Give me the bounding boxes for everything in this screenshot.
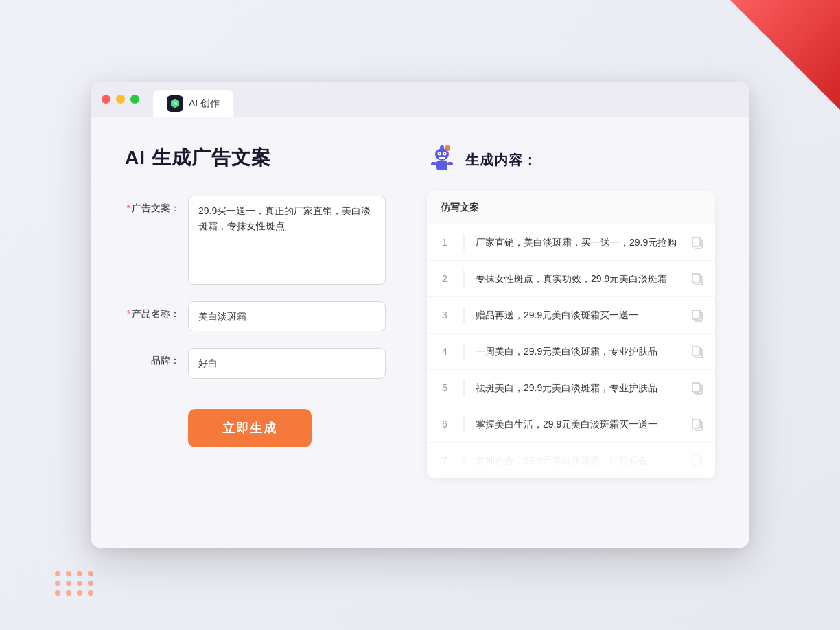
copy-icon[interactable] [690,345,704,358]
row-text: 一周美白，29.9元美白淡斑霜，专业护肤品 [476,345,679,359]
copy-icon[interactable] [690,417,704,431]
svg-rect-17 [692,310,700,319]
row-divider [463,270,465,287]
close-button[interactable] [102,95,110,104]
row-text: 专抹女性斑点，真实功效，29.9元美白淡斑霜 [476,272,679,286]
row-text: 赠品再送，29.9元美白淡斑霜买一送一 [476,308,679,323]
robot-icon [427,145,457,175]
svg-rect-15 [692,274,700,283]
svg-rect-9 [431,162,436,165]
svg-rect-10 [447,162,453,165]
required-star: * [127,202,130,213]
table-header: 仿写文案 [427,191,715,224]
row-divider [463,234,465,250]
row-divider [463,343,465,360]
ad-copy-label: *广告文案： [125,196,180,215]
row-divider [463,307,465,323]
row-divider [463,416,465,432]
results-table: 仿写文案 1 厂家直销，美白淡斑霜，买一送一，29.9元抢购 2 专 [427,191,715,478]
main-content: AI 生成广告文案 *广告文案： 29.9买一送一，真正的厂家直销，美白淡斑霜，… [91,117,749,543]
row-text: 女神必备，29.9元美白淡斑霜，护肤必备 [476,454,679,468]
svg-point-11 [445,145,450,151]
brand-input[interactable] [188,348,386,378]
row-number: 5 [438,382,452,393]
brand-label: 品牌： [125,348,180,367]
svg-point-6 [444,153,445,154]
product-name-input[interactable] [188,301,386,331]
row-divider [463,452,465,469]
title-bar: AI AI 创作 [91,82,749,117]
minimize-button[interactable] [116,95,125,104]
table-row: 7 女神必备，29.9元美白淡斑霜，护肤必备 [427,443,715,478]
copy-icon[interactable] [690,308,704,322]
copy-icon[interactable] [690,381,704,395]
result-header: 生成内容： [427,145,715,175]
svg-rect-13 [692,237,700,246]
copy-icon[interactable] [690,454,704,467]
dots-decoration [55,571,95,596]
maximize-button[interactable] [130,95,139,104]
svg-rect-19 [692,347,700,355]
right-panel: 生成内容： 仿写文案 1 厂家直销，美白淡斑霜，买一送一，29.9元抢购 [427,145,715,515]
svg-point-5 [439,153,440,154]
table-row: 2 专抹女性斑点，真实功效，29.9元美白淡斑霜 [427,261,715,297]
browser-window: AI AI 创作 AI 生成广告文案 *广告文案： 29.9买一送一，真正的厂家… [91,82,749,548]
row-number: 4 [438,346,452,357]
table-row: 4 一周美白，29.9元美白淡斑霜，专业护肤品 [427,334,715,370]
brand-group: 品牌： [125,348,386,378]
ai-logo-icon: AI [167,95,183,112]
row-number: 6 [438,419,452,430]
product-name-group: *产品名称： [125,301,386,331]
row-number: 2 [438,273,452,284]
row-text: 祛斑美白，29.9元美白淡斑霜，专业护肤品 [476,381,679,395]
row-text: 厂家直销，美白淡斑霜，买一送一，29.9元抢购 [476,235,679,250]
ai-creation-tab[interactable]: AI AI 创作 [153,90,233,117]
required-star-2: * [127,308,130,319]
row-text: 掌握美白生活，29.9元美白淡斑霜买一送一 [476,417,679,432]
ad-copy-group: *广告文案： 29.9买一送一，真正的厂家直销，美白淡斑霜，专抹女性斑点 [125,196,386,285]
copy-icon[interactable] [690,235,704,249]
left-panel: AI 生成广告文案 *广告文案： 29.9买一送一，真正的厂家直销，美白淡斑霜，… [125,145,386,515]
svg-rect-7 [439,157,445,159]
tab-title: AI 创作 [189,97,220,110]
svg-rect-8 [436,161,447,170]
table-row: 5 祛斑美白，29.9元美白淡斑霜，专业护肤品 [427,370,715,406]
result-title: 生成内容： [465,151,537,170]
svg-rect-25 [692,456,700,465]
page-title: AI 生成广告文案 [125,145,386,171]
generate-button[interactable]: 立即生成 [188,409,312,447]
table-row: 3 赠品再送，29.9元美白淡斑霜买一送一 [427,297,715,334]
table-row: 6 掌握美白生活，29.9元美白淡斑霜买一送一 [427,406,715,443]
table-row: 1 厂家直销，美白淡斑霜，买一送一，29.9元抢购 [427,224,715,261]
svg-rect-23 [692,419,700,428]
copy-icon[interactable] [690,272,704,285]
table-header-text: 仿写文案 [441,202,479,213]
ad-copy-input[interactable]: 29.9买一送一，真正的厂家直销，美白淡斑霜，专抹女性斑点 [188,196,386,285]
row-number: 3 [438,310,452,320]
row-divider [463,380,465,396]
row-number: 1 [438,237,452,248]
traffic-lights [102,95,139,104]
product-name-label: *产品名称： [125,301,180,320]
row-number: 7 [438,455,452,466]
svg-rect-21 [692,383,700,392]
